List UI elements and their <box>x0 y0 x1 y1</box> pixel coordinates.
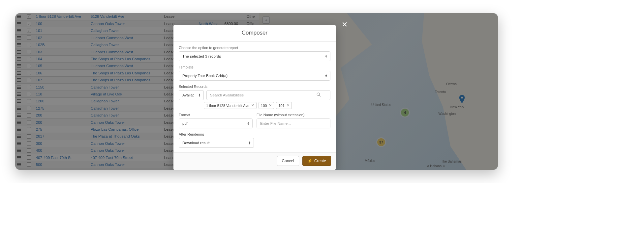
selected-record-chip: 101✕ <box>276 102 291 109</box>
option-select-value: The selected 3 records <box>182 54 221 58</box>
svg-line-2 <box>320 95 321 97</box>
search-placeholder: Search Availabilities <box>210 93 244 97</box>
close-icon[interactable]: ✕ <box>342 20 348 29</box>
template-select[interactable]: Property Tour Book Grid(a) ▲▼ <box>179 71 330 81</box>
stepper-icon: ▲▼ <box>248 141 251 144</box>
selected-chips: 1 floor 5128 Vanderbilt Ave✕100✕101✕ <box>179 102 330 109</box>
selected-record-chip: 100✕ <box>259 102 274 109</box>
format-label: Format <box>179 113 253 117</box>
cancel-button[interactable]: Cancel <box>277 156 299 166</box>
after-rendering-value: Download result <box>182 141 209 145</box>
chip-label: 1 floor 5128 Vanderbilt Ave <box>206 104 249 108</box>
filename-placeholder: Enter File Name... <box>260 121 291 125</box>
chip-remove-icon[interactable]: ✕ <box>287 103 290 108</box>
svg-point-1 <box>317 93 320 95</box>
chip-remove-icon[interactable]: ✕ <box>251 103 254 108</box>
search-icon <box>317 92 321 98</box>
modal-title: Composer <box>173 25 336 42</box>
after-rendering-select[interactable]: Download result ▲▼ <box>179 138 254 148</box>
template-select-value: Property Tour Book Grid(a) <box>182 74 228 78</box>
template-label: Template <box>179 65 330 69</box>
chip-label: 101 <box>278 104 284 108</box>
stepper-icon: ▲▼ <box>198 93 201 97</box>
create-button[interactable]: ⚡ Create <box>302 156 331 166</box>
after-rendering-label: After Rendering <box>179 132 330 136</box>
record-type-value: Availabilit <box>182 93 194 97</box>
app-window: ✓1 floor 5128 Vanderbilt Ave5128 Vanderb… <box>15 13 498 170</box>
bolt-icon: ⚡ <box>307 159 312 163</box>
chip-label: 100 <box>261 104 267 108</box>
filename-input[interactable]: Enter File Name... <box>257 118 330 128</box>
search-availabilities-input[interactable]: Search Availabilities <box>206 90 330 100</box>
stepper-icon: ▲▼ <box>325 74 327 77</box>
create-button-label: Create <box>314 159 326 163</box>
format-value: pdf <box>182 121 188 125</box>
record-type-select[interactable]: Availabilit ▲▼ <box>179 90 204 100</box>
option-label: Choose the option to generate report <box>179 46 330 50</box>
stepper-icon: ▲▼ <box>247 122 250 125</box>
option-select[interactable]: The selected 3 records ▲▼ <box>179 51 330 61</box>
format-select[interactable]: pdf ▲▼ <box>179 118 253 128</box>
selected-records-label: Selected Records <box>179 85 330 89</box>
selected-record-chip: 1 floor 5128 Vanderbilt Ave✕ <box>204 102 257 109</box>
filename-label: File Name (without extension) <box>257 113 330 117</box>
stepper-icon: ▲▼ <box>325 55 327 58</box>
composer-modal: ✕ Composer Choose the option to generate… <box>173 25 336 170</box>
chip-remove-icon[interactable]: ✕ <box>269 103 272 108</box>
